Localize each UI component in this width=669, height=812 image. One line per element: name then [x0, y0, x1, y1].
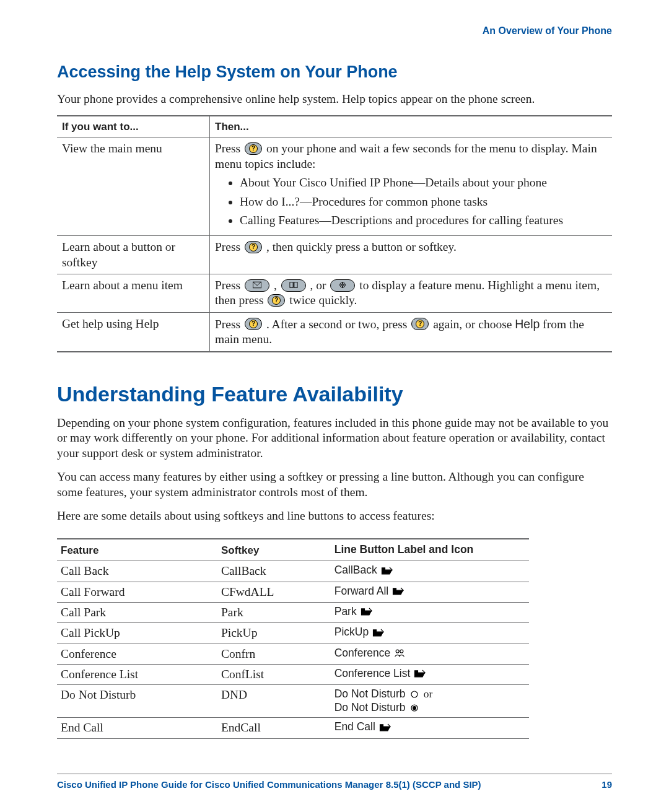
help-row1-right: Press ? , then quickly press a button or… — [210, 236, 613, 274]
help-button-icon: ? — [268, 294, 285, 307]
offhook-phone-icon — [413, 668, 426, 678]
page-footer: Cisco Unified IP Phone Guide for Cisco U… — [57, 774, 612, 791]
line-button-label: Conference — [331, 644, 529, 664]
messages-button-icon — [245, 279, 269, 292]
r0-press-prefix: Press — [215, 142, 243, 155]
svg-rect-2 — [294, 282, 297, 288]
label-text: Park — [334, 605, 360, 618]
feat-p2: You can access many features by either u… — [57, 469, 612, 500]
feature-name: Call Back — [57, 561, 217, 582]
table-row: ConferenceConfrnConference — [57, 644, 529, 664]
r2-t3: , or — [310, 279, 330, 292]
label-text-2: Do Not Disturb — [334, 701, 409, 714]
running-head: An Overview of Your Phone — [57, 25, 612, 37]
label-text: Forward All — [334, 585, 391, 597]
table-row: Call ParkParkPark — [57, 602, 529, 622]
feat-p3: Here are some details about using softke… — [57, 509, 612, 523]
offhook-phone-icon — [378, 722, 391, 732]
offhook-phone-icon — [360, 606, 372, 616]
label-text: End Call — [334, 720, 378, 733]
feature-name: End Call — [57, 718, 217, 738]
feature-name: Call PickUp — [57, 623, 217, 644]
feat-th-feature: Feature — [57, 539, 217, 561]
softkey-name: Confrn — [217, 644, 331, 664]
r3-t1: Press — [215, 318, 243, 331]
features-table: Feature Softkey Line Button Label and Ic… — [57, 538, 529, 738]
softkey-name: PickUp — [217, 623, 331, 644]
dnd-on-icon — [408, 703, 421, 713]
r2-t1: Press — [215, 279, 243, 292]
feat-th-label: Line Button Label and Icon — [331, 539, 529, 561]
softkey-name: ConfList — [217, 665, 331, 685]
svg-point-4 — [396, 650, 399, 653]
help-row2-left: Learn about a menu item — [57, 274, 210, 313]
line-button-label: Park — [331, 602, 529, 622]
r1-prefix: Press — [215, 240, 243, 253]
help-row3-left: Get help using Help — [57, 312, 210, 351]
help-button-icon: ? — [411, 318, 429, 330]
line-button-label: End Call — [331, 718, 529, 738]
softkey-name: Park — [217, 602, 331, 622]
svg-rect-1 — [290, 282, 293, 288]
topic-calling: Calling Features—Descriptions and proced… — [240, 213, 607, 228]
dnd-off-icon — [408, 689, 421, 699]
help-intro: Your phone provides a comprehensive onli… — [57, 92, 612, 107]
r3-t3: again, or choose — [433, 318, 515, 331]
table-row: Do Not DisturbDNDDo Not Disturb orDo Not… — [57, 685, 529, 718]
services-button-icon — [330, 279, 355, 292]
table-row: Call BackCallBackCallBack — [57, 561, 529, 582]
help-row2-right: Press , , or to display a feature menu. … — [210, 274, 613, 313]
heading-feature-availability: Understanding Feature Availability — [57, 381, 612, 408]
help-row0-right: Press ? on your phone and wait a few sec… — [210, 138, 613, 236]
conference-icon — [393, 648, 406, 658]
table-row: Call ForwardCFwdALLForward All — [57, 582, 529, 602]
softkey-name: CFwdALL — [217, 582, 331, 602]
feat-th-softkey: Softkey — [217, 539, 331, 561]
softkey-name: DND — [217, 685, 331, 718]
table-row: End CallEndCallEnd Call — [57, 718, 529, 738]
r3-help-word: Help — [515, 317, 540, 331]
help-button-icon: ? — [245, 318, 262, 330]
feature-name: Call Forward — [57, 582, 217, 602]
feature-name: Conference — [57, 644, 217, 664]
feature-name: Conference List — [57, 665, 217, 685]
softkey-name: EndCall — [217, 718, 331, 738]
help-button-icon: ? — [245, 241, 262, 253]
topic-howdoi: How do I...?—Procedures for common phone… — [240, 194, 607, 209]
directories-button-icon — [281, 279, 306, 292]
table-row: Call PickUpPickUpPickUp — [57, 623, 529, 644]
line-button-label: Conference List — [331, 665, 529, 685]
heading-help-system: Accessing the Help System on Your Phone — [57, 62, 612, 83]
line-button-label: Do Not Disturb orDo Not Disturb — [331, 685, 529, 718]
r0-press-suffix: on your phone and wait a few seconds for… — [215, 142, 597, 170]
svg-point-8 — [413, 706, 416, 709]
offhook-phone-icon — [380, 565, 393, 575]
help-row0-left: View the main menu — [57, 138, 210, 236]
r2-t5: twice quickly. — [289, 294, 357, 307]
softkey-name: CallBack — [217, 561, 331, 582]
label-text: PickUp — [334, 626, 372, 638]
main-menu-topics: About Your Cisco Unified IP Phone—Detail… — [215, 175, 607, 228]
table-row: Conference ListConfListConference List — [57, 665, 529, 685]
label-text: Conference List — [334, 667, 413, 679]
help-row1-left: Learn about a button or softkey — [57, 236, 210, 274]
offhook-phone-icon — [372, 627, 384, 637]
label-text: Do Not Disturb — [334, 688, 409, 700]
feat-p1: Depending on your phone system configura… — [57, 416, 612, 461]
line-button-label: Forward All — [331, 582, 529, 602]
help-th-then: Then... — [210, 116, 613, 138]
help-row3-right: Press ? . After a second or two, press ?… — [210, 312, 613, 351]
r2-t2: , — [274, 279, 280, 292]
line-button-label: PickUp — [331, 623, 529, 644]
label-extra: or — [421, 688, 432, 700]
help-button-icon: ? — [245, 142, 262, 155]
svg-point-5 — [400, 650, 403, 653]
offhook-phone-icon — [391, 586, 404, 596]
feature-name: Do Not Disturb — [57, 685, 217, 718]
page-number: 19 — [601, 779, 612, 791]
label-text: CallBack — [334, 564, 380, 576]
help-table: If you want to... Then... View the main … — [57, 115, 612, 352]
line-button-label: CallBack — [331, 561, 529, 582]
footer-title: Cisco Unified IP Phone Guide for Cisco U… — [57, 779, 481, 791]
r3-t2: . After a second or two, press — [266, 318, 410, 331]
